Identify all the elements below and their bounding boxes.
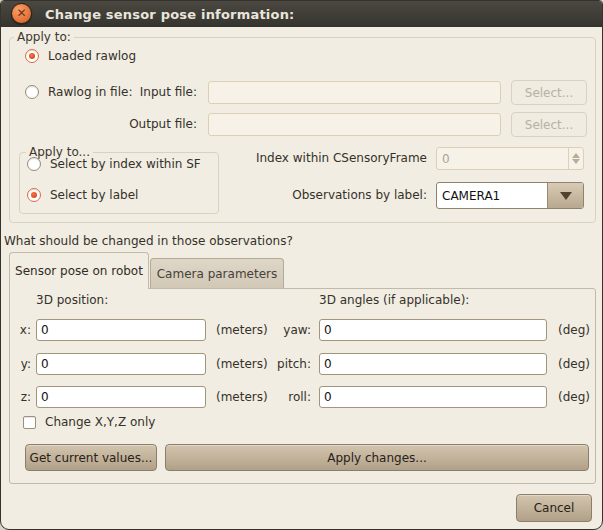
y-input[interactable]	[36, 353, 206, 375]
input-file-field	[208, 81, 501, 104]
apply-changes-button[interactable]: Apply changes...	[165, 444, 589, 471]
tab-camera-parameters-label: Camera parameters	[157, 267, 278, 281]
input-file-select-button: Select...	[511, 80, 587, 105]
radio-rawlog-in-file[interactable]: Rawlog in file:	[25, 85, 132, 99]
radio-loaded-rawlog[interactable]: Loaded rawlog	[25, 49, 136, 63]
index-spinner-value: 0	[437, 152, 568, 166]
y-unit-label: (meters)	[216, 357, 268, 371]
close-button[interactable]: ✕	[11, 3, 32, 24]
radio-select-by-index-label: Select by index within SF	[50, 157, 201, 171]
chevron-down-icon	[560, 192, 572, 200]
cancel-button[interactable]: Cancel	[516, 494, 592, 522]
tab-camera-parameters[interactable]: Camera parameters	[150, 258, 284, 288]
change-xyz-only-checkbox[interactable]: Change X,Y,Z only	[23, 415, 155, 429]
input-file-label: Input file:	[121, 85, 197, 99]
spinner-arrows	[568, 148, 583, 169]
spin-up-icon	[572, 153, 580, 158]
output-file-field	[208, 113, 501, 136]
pitch-unit-label: (deg)	[558, 357, 590, 371]
yaw-label: yaw:	[273, 323, 311, 337]
roll-unit-label: (deg)	[558, 390, 590, 404]
radio-button-icon	[27, 157, 41, 171]
z-unit-label: (meters)	[216, 390, 268, 404]
yaw-input[interactable]	[319, 319, 547, 341]
checkbox-icon	[23, 416, 36, 429]
observations-combobox-value: CAMERA1	[437, 183, 547, 208]
dialog-window: ✕ Change sensor pose information: Apply …	[0, 0, 603, 530]
radio-button-icon	[25, 85, 39, 99]
index-spinner: 0	[436, 147, 584, 170]
question-label: What should be changed in those observat…	[4, 234, 293, 248]
window-title: Change sensor pose information:	[45, 7, 295, 22]
output-file-label: Output file:	[121, 117, 197, 131]
combobox-dropdown-button[interactable]	[547, 183, 583, 208]
x-input[interactable]	[36, 319, 206, 341]
tab-sensor-pose-label: Sensor pose on robot	[15, 264, 143, 278]
change-xyz-only-label: Change X,Y,Z only	[45, 415, 155, 429]
x-label: x:	[15, 323, 31, 337]
observations-combobox[interactable]: CAMERA1	[436, 182, 584, 209]
pitch-input[interactable]	[319, 353, 547, 375]
yaw-unit-label: (deg)	[558, 323, 590, 337]
radio-select-by-index[interactable]: Select by index within SF	[27, 157, 201, 171]
radio-select-by-label[interactable]: Select by label	[27, 188, 138, 202]
titlebar[interactable]: ✕ Change sensor pose information:	[1, 1, 602, 27]
radio-rawlog-in-file-label: Rawlog in file:	[48, 85, 132, 99]
z-label: z:	[15, 390, 31, 404]
roll-input[interactable]	[319, 386, 547, 408]
pitch-label: pitch:	[273, 357, 311, 371]
radio-button-icon	[25, 49, 39, 63]
tab-sensor-pose[interactable]: Sensor pose on robot	[9, 252, 149, 289]
dialog-content: Apply to: Loaded rawlog Rawlog in file: …	[1, 27, 602, 530]
angles-header: 3D angles (if applicable):	[319, 293, 469, 307]
index-within-sf-label: Index within CSensoryFrame	[229, 151, 427, 165]
output-file-select-button: Select...	[511, 112, 587, 137]
radio-button-icon	[27, 188, 41, 202]
close-icon: ✕	[16, 7, 26, 19]
roll-label: roll:	[273, 390, 311, 404]
z-input[interactable]	[36, 386, 206, 408]
observations-by-label-label: Observations by label:	[229, 188, 427, 202]
apply-to-group-label: Apply to:	[14, 30, 74, 44]
spin-down-icon	[572, 159, 580, 164]
radio-select-by-label-label: Select by label	[50, 188, 138, 202]
get-current-values-button[interactable]: Get current values...	[25, 444, 157, 471]
x-unit-label: (meters)	[216, 323, 268, 337]
position-header: 3D position:	[36, 293, 108, 307]
radio-loaded-rawlog-label: Loaded rawlog	[48, 49, 136, 63]
y-label: y:	[15, 357, 31, 371]
